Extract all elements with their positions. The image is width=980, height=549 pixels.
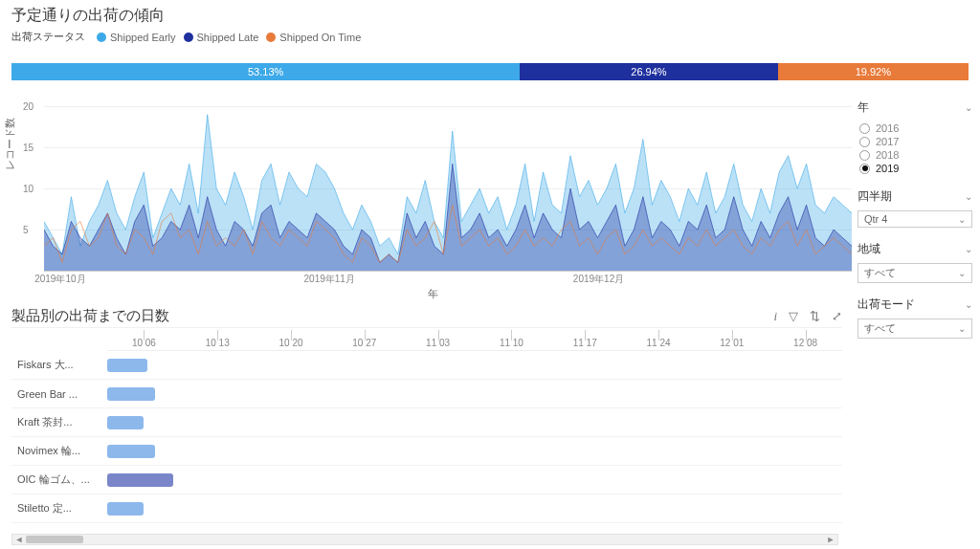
swatch-early-icon [97, 33, 106, 42]
expand-icon[interactable]: ⤢ [832, 309, 842, 324]
filter-quarter-title[interactable]: 四半期 ⌄ [858, 185, 972, 209]
sort-icon[interactable]: ⇅ [810, 309, 820, 324]
legend-item-late[interactable]: Shipped Late [184, 32, 259, 43]
gantt-row[interactable]: Novimex 輪... [11, 437, 842, 466]
year-option-2016[interactable]: 2016 [859, 121, 972, 135]
select-value: すべて [864, 266, 896, 280]
page-title: 予定通りの出荷の傾向 [11, 6, 969, 26]
trend-chart[interactable]: レコード数 5101520 2019年10月2019年11月2019年12月 年 [11, 90, 854, 301]
swatch-ontime-icon [266, 33, 276, 42]
shipmode-select[interactable]: すべて ⌄ [858, 318, 972, 339]
gantt-bar[interactable] [107, 502, 144, 516]
gantt-row-label: Green Bar ... [11, 388, 107, 400]
chevron-down-icon: ⌄ [958, 323, 966, 334]
filter-label: 地域 [858, 241, 880, 257]
chevron-down-icon: ⌄ [965, 244, 972, 254]
year-label: 2018 [876, 149, 899, 161]
scroll-left-icon[interactable]: ◄ [12, 535, 26, 544]
gantt-row-label: Novimex 輪... [11, 444, 107, 458]
scroll-thumb[interactable] [26, 536, 83, 543]
legend-text: Shipped Late [197, 32, 259, 43]
year-label: 2019 [876, 163, 899, 174]
pct-label: 19.92% [856, 66, 891, 77]
filter-label: 出荷モード [858, 296, 915, 313]
gantt-row[interactable]: Kraft 茶封... [11, 408, 842, 437]
stacked-pct-bar[interactable]: 53.13% 26.94% 19.92% [11, 63, 969, 80]
gantt-row[interactable]: Fiskars 大... [11, 351, 842, 380]
gantt-row[interactable]: Stiletto 定... [11, 494, 842, 523]
gantt-row[interactable]: Green Bar ... [11, 380, 842, 408]
legend-label: 出荷ステータス [11, 30, 85, 44]
radio-icon [859, 123, 870, 134]
chevron-down-icon: ⌄ [965, 191, 972, 202]
year-radio-list: 2016201720182019 [859, 121, 972, 175]
filter-label: 四半期 [858, 188, 892, 205]
filter-panel: 年 ⌄ 2016201720182019 四半期 ⌄ Qtr 4 ⌄ 地域 ⌄ … [854, 90, 980, 547]
legend-text: Shipped Early [110, 32, 176, 43]
gantt-title: 製品別の出荷までの日数 [11, 307, 169, 325]
chevron-down-icon: ⌄ [965, 102, 972, 113]
chevron-down-icon: ⌄ [965, 299, 972, 310]
legend: 出荷ステータス Shipped Early Shipped Late Shipp… [11, 30, 969, 44]
chevron-down-icon: ⌄ [958, 214, 966, 225]
gantt-row[interactable]: OIC 輪ゴム、... [11, 466, 842, 494]
filter-shipmode-title[interactable]: 出荷モード ⌄ [858, 293, 972, 317]
pct-seg-early[interactable]: 53.13% [11, 63, 520, 80]
select-value: Qtr 4 [864, 213, 887, 225]
gantt-row-label: Fiskars 大... [11, 358, 107, 372]
pct-seg-late[interactable]: 26.94% [520, 63, 777, 80]
x-axis-label: 年 [11, 287, 854, 301]
pct-label: 53.13% [248, 66, 283, 77]
pct-seg-ontime[interactable]: 19.92% [778, 63, 969, 80]
radio-icon [859, 150, 870, 161]
gantt-bar[interactable] [107, 445, 155, 458]
horizontal-scrollbar[interactable]: ◄ ► [11, 534, 838, 545]
gantt-bar[interactable] [107, 359, 147, 372]
filter-region-title[interactable]: 地域 ⌄ [858, 237, 972, 261]
filter-label: 年 [858, 99, 869, 116]
filter-year-title[interactable]: 年 ⌄ [858, 96, 972, 120]
year-label: 2017 [876, 136, 899, 147]
year-option-2019[interactable]: 2019 [859, 162, 972, 175]
swatch-late-icon [184, 33, 193, 42]
pct-label: 26.94% [631, 66, 666, 77]
y-axis-label: レコード数 [3, 117, 17, 169]
radio-icon [859, 164, 870, 174]
legend-item-ontime[interactable]: Shipped On Time [266, 32, 361, 43]
chevron-down-icon: ⌄ [958, 268, 966, 278]
quarter-select[interactable]: Qtr 4 ⌄ [858, 210, 972, 228]
gantt-row-label: OIC 輪ゴム、... [11, 472, 107, 487]
select-value: すべて [864, 321, 896, 336]
legend-item-early[interactable]: Shipped Early [97, 32, 176, 43]
gantt-row-label: Stiletto 定... [11, 501, 107, 516]
gantt-bar[interactable] [107, 473, 173, 487]
year-option-2018[interactable]: 2018 [859, 148, 972, 162]
scroll-right-icon[interactable]: ► [824, 535, 837, 544]
info-icon[interactable]: i [773, 309, 777, 324]
gantt-bar[interactable] [107, 387, 155, 401]
year-option-2017[interactable]: 2017 [859, 135, 972, 148]
legend-text: Shipped On Time [279, 32, 361, 43]
gantt-bar[interactable] [107, 416, 144, 429]
filter-icon[interactable]: ▽ [789, 309, 798, 324]
radio-icon [859, 137, 870, 147]
region-select[interactable]: すべて ⌄ [858, 263, 972, 283]
gantt-row-label: Kraft 茶封... [11, 415, 107, 429]
year-label: 2016 [876, 122, 899, 134]
gantt-chart[interactable]: 10 0610 1310 2010 2711 0311 1011 1711 24… [11, 327, 842, 547]
